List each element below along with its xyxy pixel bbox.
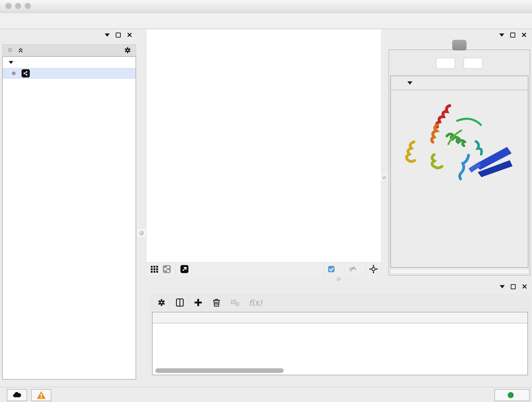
- selected-checkbox-icon[interactable]: [328, 265, 335, 273]
- cloud-status-icon[interactable]: [7, 389, 27, 401]
- network-view-toolbar: [147, 262, 381, 275]
- network-selector-bar: [2, 45, 136, 56]
- status-bar: [0, 387, 532, 402]
- float-panel-icon[interactable]: [116, 32, 121, 38]
- collapse-all-tree-icon[interactable]: [17, 47, 24, 54]
- close-panel-icon[interactable]: ✕: [522, 284, 527, 289]
- memory-button[interactable]: [494, 389, 530, 401]
- minimize-window-icon[interactable]: [15, 3, 21, 9]
- float-panel-icon[interactable]: [511, 284, 516, 289]
- crosslinks-section: [391, 196, 528, 198]
- tab-string[interactable]: [452, 40, 467, 51]
- memory-status-dot-icon: [508, 392, 514, 398]
- grid-view-icon[interactable]: [149, 264, 159, 274]
- protein-structure-image: [391, 95, 528, 196]
- close-panel-icon[interactable]: ✕: [521, 32, 527, 38]
- add-column-icon[interactable]: [192, 297, 204, 308]
- control-panel: ✕: [2, 30, 136, 380]
- horizontal-splitter[interactable]: [147, 275, 532, 282]
- hidden-eye-icon[interactable]: [348, 265, 357, 274]
- gene-section-header[interactable]: [391, 76, 528, 90]
- table-horizontal-scrollbar[interactable]: [155, 368, 284, 373]
- panel-menu-icon[interactable]: [499, 33, 504, 37]
- panel-menu-icon[interactable]: [500, 285, 505, 288]
- birdseye-navigator-icon[interactable]: [368, 264, 379, 274]
- string-network-icon: [22, 69, 30, 77]
- show-columns-icon[interactable]: [174, 297, 186, 308]
- collapse-gene-icon[interactable]: [407, 81, 412, 85]
- network-list: [2, 56, 136, 380]
- close-panel-icon[interactable]: ✕: [127, 32, 133, 38]
- main-toolbar: [0, 13, 532, 29]
- delete-table-icon[interactable]: [229, 297, 241, 308]
- warning-icon[interactable]: [31, 389, 51, 401]
- gear-icon[interactable]: [123, 46, 132, 54]
- open-in-browser-icon[interactable]: [179, 264, 190, 274]
- panel-menu-icon[interactable]: [105, 33, 110, 37]
- close-window-icon[interactable]: [6, 3, 12, 9]
- node-table[interactable]: [152, 312, 528, 375]
- gene-description: [391, 90, 528, 95]
- string-view-icon[interactable]: [162, 264, 172, 274]
- tree-expand-icon[interactable]: [9, 61, 13, 64]
- maximize-window-icon[interactable]: [25, 3, 31, 9]
- expand-all-tree-icon[interactable]: [7, 47, 13, 54]
- table-panel-header: ✕: [148, 282, 531, 292]
- collapse-all-button[interactable]: [463, 58, 483, 69]
- right-splitter[interactable]: [381, 29, 387, 275]
- delete-column-trash-icon[interactable]: [211, 297, 222, 308]
- network-view[interactable]: [147, 29, 381, 275]
- network-collection-row[interactable]: [3, 57, 136, 68]
- title-bar: [0, 0, 532, 13]
- network-row[interactable]: [3, 68, 136, 79]
- results-scrollbar[interactable]: [390, 269, 528, 274]
- network-canvas[interactable]: [147, 29, 381, 262]
- table-settings-gear-icon[interactable]: [156, 297, 167, 308]
- table-panel: f(x): [150, 294, 530, 376]
- float-panel-icon[interactable]: [510, 32, 515, 38]
- results-panel: ✕: [387, 30, 532, 275]
- expand-all-button[interactable]: [436, 58, 455, 69]
- left-splitter[interactable]: [136, 29, 147, 275]
- app-window: ✕: [0, 0, 532, 402]
- network-status-dot-icon: [12, 71, 16, 75]
- function-builder-icon[interactable]: f(x): [249, 298, 262, 307]
